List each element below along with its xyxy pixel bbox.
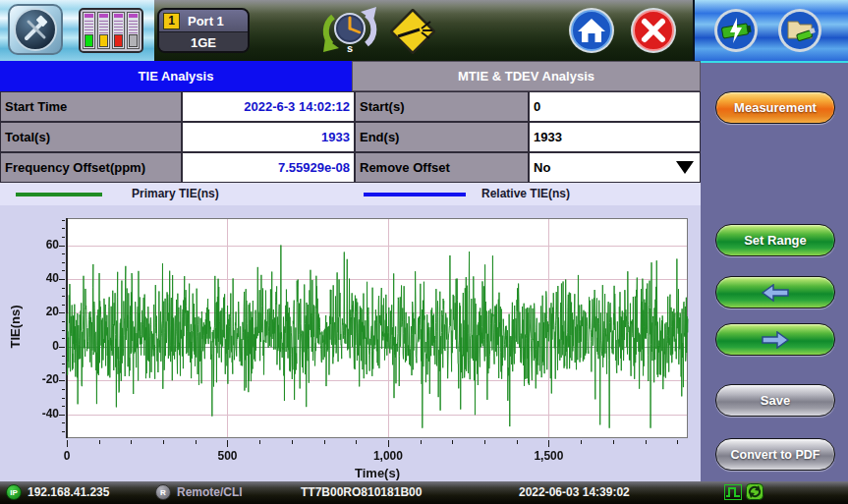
analyzer-app: 1 Port 1 1GE s <box>0 0 848 504</box>
tie-chart-plot <box>0 205 701 481</box>
relative-tie-legend-label: Relative TIE(ns) <box>481 187 570 200</box>
module-slot <box>127 12 140 49</box>
port-selector[interactable]: 1 Port 1 1GE <box>157 8 250 53</box>
event-diamond-button[interactable] <box>390 9 435 54</box>
x-tick-label: 500 <box>198 449 256 463</box>
serial-number: TT7B00RO810181B00 <box>301 485 422 499</box>
sync-icon <box>746 483 763 500</box>
home-button[interactable] <box>568 7 615 54</box>
folder-usb-icon <box>777 8 822 53</box>
y-tick-label: -20 <box>0 372 59 386</box>
y-tick-label: 40 <box>0 271 59 285</box>
close-button[interactable] <box>630 7 677 54</box>
impairment-diamond-icon <box>390 9 435 54</box>
tools-icon <box>14 8 57 51</box>
port-number-badge: 1 <box>163 13 180 29</box>
pan-left-button[interactable] <box>715 276 835 308</box>
table-row: Total(s) 1933 End(s) 1933 <box>0 122 701 152</box>
start-time-label: Start Time <box>0 91 182 122</box>
measurement-button[interactable]: Measurement <box>715 91 835 124</box>
y-axis-title: TIE(ns) <box>8 298 23 357</box>
chart-legend: Primary TIE(ns) Relative TIE(ns) <box>0 183 701 205</box>
port-header: 1 Port 1 <box>159 10 248 32</box>
tools-button[interactable] <box>8 4 63 55</box>
pan-right-button[interactable] <box>715 323 835 356</box>
end-s-label: End(s) <box>355 122 529 152</box>
port-rate-label: 1GE <box>159 32 248 53</box>
remote-icon: R <box>155 484 171 500</box>
x-axis-title: Time(s) <box>333 466 422 480</box>
set-range-button[interactable]: Set Range <box>715 224 835 256</box>
start-s-field[interactable]: 0 <box>529 91 701 122</box>
total-s-value: 1933 <box>182 122 355 152</box>
relative-tie-legend-line <box>364 193 466 196</box>
primary-tie-legend-line <box>16 193 102 196</box>
clock-sync-icon: s <box>321 5 378 56</box>
start-s-label: Start(s) <box>355 91 529 122</box>
start-time-value: 2022-6-3 14:02:12 <box>182 91 355 122</box>
timing-sync-button[interactable]: s <box>321 5 378 56</box>
x-tick-label: 1,000 <box>359 449 418 463</box>
top-toolbar: 1 Port 1 1GE s <box>0 0 848 61</box>
total-s-label: Total(s) <box>0 122 182 152</box>
remote-mode: Remote/CLI <box>177 485 243 499</box>
end-s-field[interactable]: 1933 <box>529 122 701 152</box>
remove-offset-label: Remove Offset <box>355 152 529 183</box>
primary-tie-legend-label: Primary TIE(ns) <box>132 187 219 200</box>
ip-address: 192.168.41.235 <box>28 485 109 499</box>
arrow-right-icon <box>762 331 789 349</box>
ip-icon: IP <box>6 484 22 500</box>
sidebar <box>701 61 848 481</box>
tab-tie-analysis[interactable]: TIE Analysis <box>0 61 352 91</box>
module-slot <box>97 12 110 49</box>
y-tick-label: -40 <box>0 407 59 420</box>
convert-to-pdf-button[interactable]: Convert to PDF <box>715 438 835 471</box>
pulse-icon <box>724 484 742 500</box>
table-row: Start Time 2022-6-3 14:02:12 Start(s) 0 <box>0 91 701 122</box>
module-status-button[interactable] <box>79 8 143 53</box>
tie-chart: 6040200-20-4005001,0001,500Time(s)TIE(ns… <box>0 205 701 481</box>
table-row: Frequency Offset(ppm) 7.55929e-08 Remove… <box>0 152 701 183</box>
dropdown-arrow-icon <box>676 161 694 174</box>
datetime: 2022-06-03 14:39:02 <box>519 485 630 499</box>
y-tick-label: 60 <box>0 238 59 252</box>
close-icon <box>630 7 677 54</box>
save-button[interactable]: Save <box>715 384 835 417</box>
port-name-label: Port 1 <box>188 14 224 28</box>
module-slot <box>83 12 95 49</box>
svg-text:s: s <box>347 42 353 54</box>
remove-offset-dropdown[interactable]: No <box>529 152 701 183</box>
storage-button[interactable] <box>777 8 822 53</box>
status-bar: IP 192.168.41.235 R Remote/CLI TT7B00RO8… <box>0 481 848 504</box>
battery-icon <box>713 8 759 53</box>
tab-mtie-tdev-analysis[interactable]: MTIE & TDEV Analysis <box>352 61 701 91</box>
arrow-left-icon <box>762 284 789 302</box>
frequency-offset-value: 7.55929e-08 <box>182 152 355 183</box>
x-tick-label: 1,500 <box>519 449 578 463</box>
module-slot <box>112 12 125 49</box>
x-tick-label: 0 <box>37 449 96 463</box>
battery-button[interactable] <box>713 8 759 53</box>
frequency-offset-label: Frequency Offset(ppm) <box>0 152 182 183</box>
home-icon <box>568 7 615 54</box>
